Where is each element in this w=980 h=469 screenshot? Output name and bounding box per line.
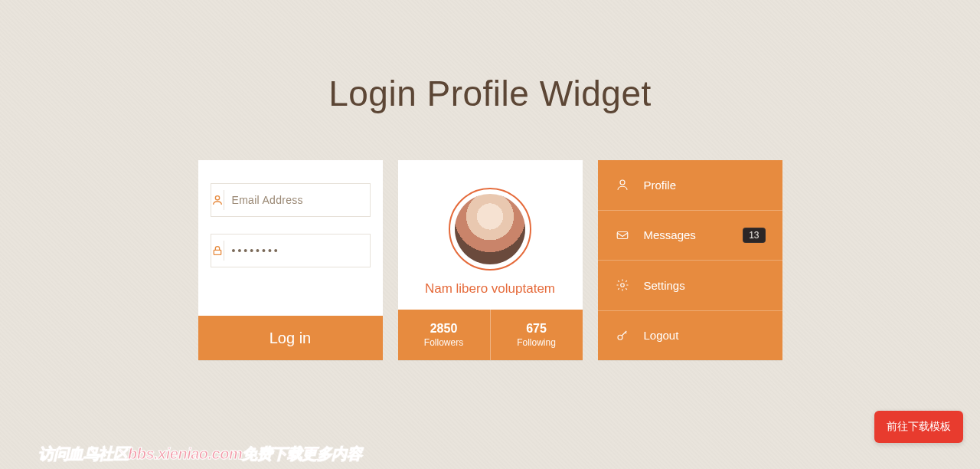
profile-stats: 2850 Followers 675 Following <box>398 310 583 360</box>
gear-icon <box>615 278 630 292</box>
menu-item-logout[interactable]: Logout <box>598 311 782 361</box>
svg-rect-3 <box>617 231 628 238</box>
menu-item-label: Logout <box>644 329 766 342</box>
svg-point-4 <box>620 284 624 287</box>
following-count: 675 <box>526 322 547 336</box>
followers-label: Followers <box>424 337 463 348</box>
profile-card: Nam libero voluptatem 2850 Followers 675… <box>398 160 583 360</box>
menu-item-profile[interactable]: Profile <box>598 160 782 211</box>
download-template-button[interactable]: 前往下载模板 <box>874 411 963 443</box>
email-field-wrapper <box>211 183 371 217</box>
page-title: Login Profile Widget <box>0 73 980 114</box>
profile-name: Nam libero voluptatem <box>425 281 555 297</box>
user-icon <box>615 178 630 192</box>
menu-card: Profile Messages 13 Settings <box>598 160 782 360</box>
menu-item-label: Settings <box>644 279 766 292</box>
login-card: Log in <box>198 160 383 360</box>
menu-item-label: Profile <box>644 179 766 192</box>
email-input[interactable] <box>224 194 374 206</box>
login-button[interactable]: Log in <box>198 316 383 360</box>
watermark-text: 访问血鸟社区bbs.xieniao.com免费下载更多内容 <box>38 444 361 464</box>
following-stat[interactable]: 675 Following <box>490 310 583 360</box>
menu-item-label: Messages <box>644 228 730 241</box>
svg-point-0 <box>215 196 219 200</box>
menu-item-settings[interactable]: Settings <box>598 261 782 311</box>
profile-top: Nam libero voluptatem <box>398 160 583 310</box>
avatar-photo <box>455 194 525 264</box>
svg-point-2 <box>620 180 625 185</box>
lock-icon <box>211 241 224 261</box>
avatar <box>449 188 531 271</box>
password-field-wrapper <box>211 234 371 267</box>
followers-count: 2850 <box>430 322 458 336</box>
login-form <box>198 160 383 316</box>
user-icon <box>211 190 224 210</box>
menu-item-messages[interactable]: Messages 13 <box>598 211 782 261</box>
followers-stat[interactable]: 2850 Followers <box>398 310 490 360</box>
following-label: Following <box>517 337 556 348</box>
key-icon <box>615 329 630 343</box>
password-input[interactable] <box>224 244 374 257</box>
svg-point-5 <box>618 335 622 339</box>
messages-badge: 13 <box>743 228 765 243</box>
widget-row: Log in Nam libero voluptatem 2850 Follow… <box>0 160 980 360</box>
mail-icon <box>615 228 630 242</box>
svg-rect-1 <box>214 250 220 254</box>
